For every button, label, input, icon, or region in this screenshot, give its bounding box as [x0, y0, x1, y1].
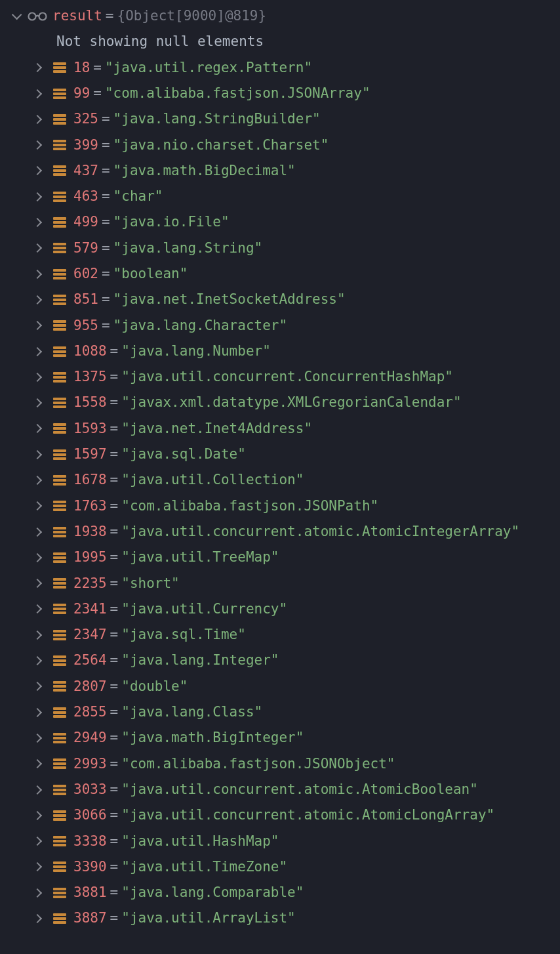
array-entry-row[interactable]: 99 = "com.alibaba.fastjson.JSONArray" — [0, 81, 560, 106]
array-entry-row[interactable]: 1763 = "com.alibaba.fastjson.JSONPath" — [0, 493, 560, 519]
equals-sign: = — [102, 236, 110, 261]
array-element-icon — [53, 603, 66, 615]
array-entry-row[interactable]: 1678 = "java.util.Collection" — [0, 467, 560, 493]
equals-sign: = — [106, 3, 114, 29]
entry-index: 2855 — [73, 699, 107, 725]
array-entry-row[interactable]: 2855 = "java.lang.Class" — [0, 699, 560, 725]
entry-index: 3338 — [73, 829, 107, 854]
equals-sign: = — [110, 571, 119, 596]
type-info: {Object[9000]@819} — [117, 3, 267, 29]
entry-value: "java.sql.Date" — [121, 442, 246, 467]
entry-index: 1088 — [73, 339, 107, 364]
array-entry-row[interactable]: 2347 = "java.sql.Time" — [0, 622, 560, 648]
chevron-right-icon — [33, 914, 42, 923]
equals-sign: = — [110, 648, 119, 673]
array-element-icon — [53, 217, 66, 228]
array-entry-row[interactable]: 325 = "java.lang.StringBuilder" — [0, 106, 560, 132]
array-entry-row[interactable]: 1558 = "javax.xml.datatype.XMLGregorianC… — [0, 390, 560, 415]
array-entry-row[interactable]: 499 = "java.io.File" — [0, 209, 560, 235]
entry-index: 463 — [73, 184, 98, 209]
array-entry-row[interactable]: 1938 = "java.util.concurrent.atomic.Atom… — [0, 519, 560, 545]
array-entry-row[interactable]: 602 = "boolean" — [0, 261, 560, 287]
chevron-right-icon — [33, 166, 42, 175]
entry-value: "short" — [121, 571, 180, 596]
chevron-right-icon — [33, 140, 42, 150]
array-entry-row[interactable]: 437 = "java.math.BigDecimal" — [0, 158, 560, 184]
array-element-icon — [53, 191, 66, 203]
variable-name: result — [52, 3, 102, 29]
entry-index: 3033 — [73, 777, 107, 802]
chevron-right-icon — [33, 682, 42, 691]
entry-index: 2564 — [73, 648, 107, 673]
entry-value: "com.alibaba.fastjson.JSONObject" — [121, 751, 395, 777]
array-entry-row[interactable]: 3338 = "java.util.HashMap" — [0, 829, 560, 854]
chevron-right-icon — [33, 89, 42, 98]
entry-index: 3390 — [73, 854, 107, 880]
equals-sign: = — [110, 390, 119, 415]
entry-index: 1938 — [73, 519, 107, 545]
array-entry-row[interactable]: 2807 = "double" — [0, 674, 560, 699]
equals-sign: = — [102, 313, 110, 339]
array-element-icon — [53, 423, 66, 434]
chevron-right-icon — [33, 501, 42, 510]
entry-value: "java.util.regex.Pattern" — [105, 55, 312, 81]
array-entry-row[interactable]: 3887 = "java.util.ArrayList" — [0, 905, 560, 931]
array-entry-row[interactable]: 955 = "java.lang.Character" — [0, 313, 560, 339]
array-entry-row[interactable]: 851 = "java.net.InetSocketAddress" — [0, 287, 560, 312]
array-entry-row[interactable]: 2564 = "java.lang.Integer" — [0, 648, 560, 673]
entry-index: 1558 — [73, 390, 107, 415]
chevron-right-icon — [33, 192, 42, 201]
entry-value: "java.lang.Integer" — [121, 648, 279, 673]
array-entry-row[interactable]: 2949 = "java.math.BigInteger" — [0, 725, 560, 751]
chevron-right-icon — [33, 295, 42, 304]
array-entry-row[interactable]: 1597 = "java.sql.Date" — [0, 442, 560, 467]
entry-value: "java.lang.String" — [113, 236, 263, 261]
equals-sign: = — [110, 442, 119, 467]
entry-value: "java.util.TimeZone" — [121, 854, 287, 880]
array-element-icon — [53, 474, 66, 486]
entry-value: "java.lang.StringBuilder" — [113, 106, 321, 132]
array-entry-row[interactable]: 2341 = "java.util.Currency" — [0, 596, 560, 622]
equals-sign: = — [102, 287, 110, 312]
array-entry-row[interactable]: 1995 = "java.util.TreeMap" — [0, 545, 560, 570]
array-entry-row[interactable]: 463 = "char" — [0, 184, 560, 209]
array-entry-row[interactable]: 1088 = "java.lang.Number" — [0, 339, 560, 364]
array-entry-row[interactable]: 399 = "java.nio.charset.Charset" — [0, 132, 560, 157]
array-entry-row[interactable]: 2993 = "com.alibaba.fastjson.JSONObject" — [0, 751, 560, 777]
array-entry-row[interactable]: 579 = "java.lang.String" — [0, 236, 560, 261]
entry-value: "java.net.Inet4Address" — [121, 416, 312, 442]
entry-value: "char" — [113, 184, 163, 209]
array-entry-row[interactable]: 18 = "java.util.regex.Pattern" — [0, 55, 560, 81]
entry-index: 3881 — [73, 880, 107, 905]
root-variable-row[interactable]: result = {Object[9000]@819} — [0, 3, 560, 29]
chevron-right-icon — [33, 218, 42, 227]
array-entry-row[interactable]: 2235 = "short" — [0, 571, 560, 596]
entry-value: "java.util.concurrent.atomic.AtomicBoole… — [121, 777, 478, 802]
array-entry-row[interactable]: 3033 = "java.util.concurrent.atomic.Atom… — [0, 777, 560, 802]
equals-sign: = — [93, 55, 102, 81]
entry-value: "java.util.HashMap" — [121, 829, 279, 854]
entry-index: 579 — [73, 236, 98, 261]
array-element-icon — [53, 500, 66, 512]
equals-sign: = — [102, 133, 110, 158]
equals-sign: = — [110, 674, 119, 699]
chevron-down-icon — [12, 10, 22, 20]
entry-value: "java.util.ArrayList" — [121, 905, 296, 931]
array-entry-row[interactable]: 1593 = "java.net.Inet4Address" — [0, 416, 560, 442]
entry-index: 955 — [73, 313, 98, 339]
entry-index: 3066 — [73, 802, 107, 828]
equals-sign: = — [93, 81, 102, 106]
array-element-icon — [53, 242, 66, 254]
chevron-right-icon — [33, 424, 42, 433]
equals-sign: = — [110, 829, 119, 854]
array-entry-row[interactable]: 3881 = "java.lang.Comparable" — [0, 880, 560, 905]
entry-value: "com.alibaba.fastjson.JSONPath" — [121, 493, 378, 519]
array-element-icon — [53, 784, 66, 796]
array-entry-row[interactable]: 3066 = "java.util.concurrent.atomic.Atom… — [0, 802, 560, 828]
watch-glasses-icon — [28, 11, 47, 22]
entry-index: 1995 — [73, 545, 107, 570]
array-entry-row[interactable]: 1375 = "java.util.concurrent.ConcurrentH… — [0, 364, 560, 390]
entry-index: 602 — [73, 261, 98, 287]
entry-index: 851 — [73, 287, 98, 312]
array-entry-row[interactable]: 3390 = "java.util.TimeZone" — [0, 854, 560, 880]
